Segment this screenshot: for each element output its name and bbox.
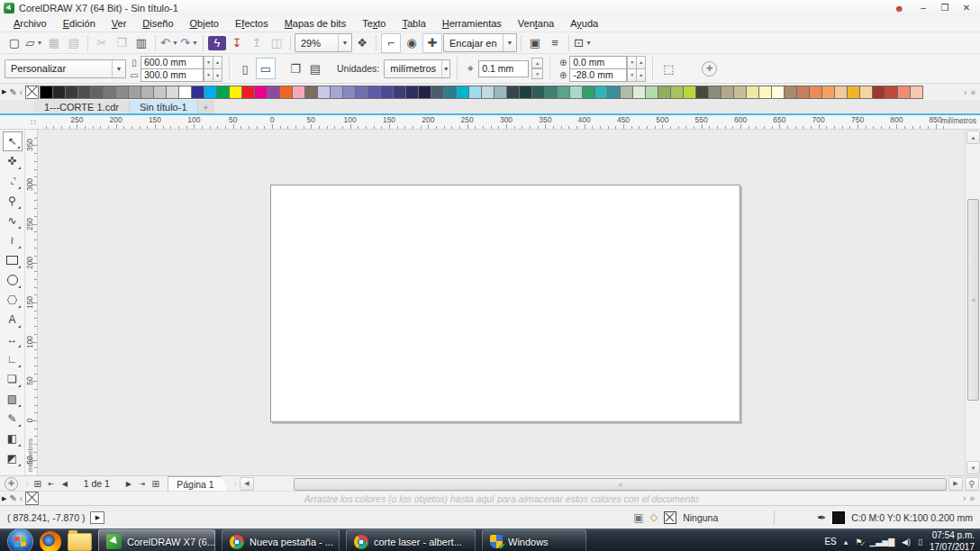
color-swatch[interactable] bbox=[393, 86, 406, 99]
color-swatch[interactable] bbox=[103, 86, 116, 99]
color-swatch[interactable] bbox=[216, 86, 230, 99]
taskbar-button[interactable]: Windows bbox=[482, 529, 586, 551]
color-swatch[interactable] bbox=[582, 86, 595, 99]
snap-menu-combo[interactable]: Encajar en▼ bbox=[443, 33, 517, 52]
color-swatch[interactable] bbox=[166, 86, 179, 99]
color-swatch[interactable] bbox=[670, 86, 684, 99]
show-rulers-button[interactable]: ⌐ bbox=[381, 33, 401, 53]
menu-objeto[interactable]: Objeto bbox=[182, 16, 227, 31]
palette-expand-icon[interactable]: » bbox=[969, 493, 975, 503]
ruler-origin-icon[interactable]: ∷ bbox=[31, 118, 36, 127]
page-height-spinner[interactable]: ▼▲ bbox=[204, 68, 222, 82]
color-swatch[interactable] bbox=[52, 86, 66, 99]
current-page-button[interactable]: ▤ bbox=[306, 59, 324, 78]
taskbar-button[interactable]: Nueva pestaña - ... bbox=[222, 529, 340, 551]
menu-archivo[interactable]: Archivo bbox=[5, 16, 55, 31]
color-swatch[interactable] bbox=[544, 86, 558, 99]
color-swatch[interactable] bbox=[506, 86, 520, 99]
color-swatch[interactable] bbox=[330, 86, 343, 99]
color-swatch[interactable] bbox=[279, 86, 293, 99]
color-swatch[interactable] bbox=[746, 86, 759, 99]
palette-flyout-icon[interactable]: ▶ bbox=[2, 88, 6, 95]
color-swatch[interactable] bbox=[821, 86, 835, 99]
import-button[interactable]: ↧ bbox=[228, 34, 246, 52]
account-icon[interactable]: ☻ bbox=[894, 3, 904, 14]
paste-button[interactable]: ▥ bbox=[132, 34, 150, 52]
page-tab[interactable]: Página 1 bbox=[168, 476, 227, 491]
last-page-icon[interactable]: ⇥ bbox=[135, 477, 149, 490]
duplicate-x-field[interactable]: 0.0 mm bbox=[569, 56, 627, 69]
color-swatch[interactable] bbox=[872, 86, 885, 99]
color-swatch[interactable] bbox=[141, 86, 154, 99]
tool-crop-tool[interactable]: ⌞⌝ bbox=[3, 171, 23, 191]
color-swatch[interactable] bbox=[153, 86, 167, 99]
color-swatch[interactable] bbox=[40, 86, 53, 99]
color-swatch[interactable] bbox=[456, 86, 469, 99]
color-swatch[interactable] bbox=[859, 86, 873, 99]
new-document-tab-button[interactable]: + bbox=[198, 100, 214, 113]
page-width-field[interactable]: 600.0 mm bbox=[141, 56, 204, 69]
palette-scroll-left-icon[interactable]: ‹ bbox=[20, 87, 23, 97]
duplicate-y-field[interactable]: -28.0 mm bbox=[569, 68, 627, 82]
color-swatch[interactable] bbox=[910, 86, 923, 99]
tool-zoom-tool[interactable]: ⚲ bbox=[3, 191, 23, 211]
clock[interactable]: 07:54 p.m. 17/07/2017 bbox=[930, 530, 975, 551]
menu-ver[interactable]: Ver bbox=[104, 16, 135, 31]
image-adjust-button[interactable]: ▣ bbox=[526, 34, 544, 52]
eyedropper-icon[interactable]: ✎ bbox=[9, 493, 16, 503]
color-swatch[interactable] bbox=[267, 86, 280, 99]
duplicate-x-spinner[interactable]: ▼▲ bbox=[628, 56, 646, 69]
drag-handle[interactable]: ⁞ bbox=[234, 480, 236, 488]
menu-efectos[interactable]: Efectos bbox=[227, 16, 277, 31]
drawing-canvas[interactable] bbox=[38, 130, 965, 475]
scroll-left-icon[interactable]: ◀ bbox=[240, 477, 254, 491]
start-button[interactable] bbox=[7, 528, 33, 551]
nudge-field[interactable]: 0.1 mm bbox=[478, 60, 529, 77]
color-swatch[interactable] bbox=[431, 86, 444, 99]
menu-diseño[interactable]: Diseño bbox=[134, 16, 181, 31]
color-swatch[interactable] bbox=[77, 86, 91, 99]
color-swatch[interactable] bbox=[733, 86, 747, 99]
explorer-icon[interactable] bbox=[68, 533, 92, 551]
search-content-button[interactable]: ϟ bbox=[208, 36, 226, 50]
document-tab[interactable]: 1---CORTE 1.cdr bbox=[34, 100, 130, 113]
color-swatch[interactable] bbox=[481, 86, 495, 99]
horizontal-scroll-thumb[interactable]: ≡ bbox=[294, 478, 947, 491]
taskbar-button[interactable]: corte laser - albert... bbox=[346, 529, 476, 551]
menu-ayuda[interactable]: Ayuda bbox=[562, 16, 606, 31]
color-swatch[interactable] bbox=[254, 86, 268, 99]
vertical-scrollbar[interactable]: ▲ ≡ ▼ bbox=[965, 130, 980, 475]
palette-expand-icon[interactable]: » bbox=[970, 87, 975, 97]
color-swatch[interactable] bbox=[847, 86, 860, 99]
color-swatch[interactable] bbox=[784, 86, 797, 99]
scroll-right-icon[interactable]: ▶ bbox=[948, 477, 963, 491]
menu-ventana[interactable]: Ventana bbox=[510, 16, 562, 31]
color-swatch[interactable] bbox=[796, 86, 810, 99]
color-swatch[interactable] bbox=[885, 86, 898, 99]
color-swatch[interactable] bbox=[771, 86, 785, 99]
page-height-field[interactable]: 300.0 mm bbox=[141, 68, 204, 82]
preset-combo[interactable]: Personalizar ▼ bbox=[5, 59, 126, 78]
landscape-button[interactable]: ▭ bbox=[256, 58, 276, 79]
next-page-icon[interactable]: ▶ bbox=[122, 477, 135, 490]
tool-interactive-fill-tool[interactable]: ◧ bbox=[3, 429, 23, 448]
color-swatch[interactable] bbox=[721, 86, 734, 99]
page-width-spinner[interactable]: ▼▲ bbox=[204, 56, 222, 69]
navigator-icon[interactable]: ⚲ bbox=[965, 477, 979, 491]
tool-text-tool[interactable]: A bbox=[3, 310, 23, 330]
color-swatch[interactable] bbox=[368, 86, 381, 99]
vertical-ruler[interactable]: milímetros 50050100150200250300350 bbox=[25, 130, 38, 475]
color-swatch[interactable] bbox=[834, 86, 848, 99]
color-swatch[interactable] bbox=[229, 86, 242, 99]
color-swatch[interactable] bbox=[304, 86, 318, 99]
color-swatch[interactable] bbox=[658, 86, 671, 99]
taskbar-button[interactable]: CorelDRAW X7 (6... bbox=[98, 529, 215, 551]
no-color-swatch[interactable] bbox=[25, 86, 39, 99]
color-swatch[interactable] bbox=[292, 86, 305, 99]
no-color-swatch[interactable] bbox=[25, 492, 39, 505]
color-swatch[interactable] bbox=[241, 86, 255, 99]
quick-customize-button[interactable]: ✚ bbox=[702, 61, 717, 77]
color-swatch[interactable] bbox=[178, 86, 192, 99]
minimize-button[interactable]: – bbox=[913, 2, 933, 14]
units-combo[interactable]: milímetros ▼ bbox=[384, 59, 450, 78]
